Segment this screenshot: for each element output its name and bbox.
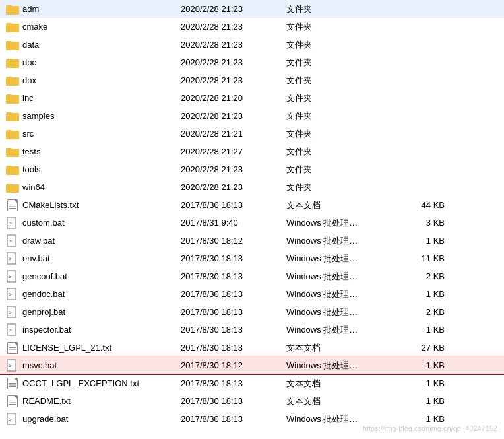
file-name: samples [22, 111, 181, 121]
file-date: 2020/2/28 21:23 [181, 75, 286, 85]
txt-file-icon [5, 395, 20, 408]
table-row[interactable]: src2020/2/28 21:21文件夹 [0, 125, 504, 143]
file-name: adm [22, 4, 181, 14]
file-size: 1 KB [392, 236, 445, 246]
table-row[interactable]: LICENSE_LGPL_21.txt2017/8/30 18:13文本文档27… [0, 339, 504, 356]
bat-file-icon: > [5, 413, 20, 426]
file-type: Windows 批处理… [286, 360, 392, 372]
table-row[interactable]: dox2020/2/28 21:23文件夹 [0, 71, 504, 89]
bat-file-icon: > [5, 306, 20, 319]
table-row[interactable]: OCCT_LGPL_EXCEPTION.txt2017/8/30 18:13文本… [0, 374, 504, 392]
folder-icon [5, 181, 20, 194]
folder-icon [5, 74, 20, 87]
file-name: genproj.bat [22, 307, 181, 317]
file-size: 1 KB [392, 414, 445, 424]
table-row[interactable]: >custom.bat2017/8/31 9:40Windows 批处理…3 K… [0, 214, 504, 232]
svg-text:>: > [9, 220, 12, 226]
file-date: 2020/2/28 21:23 [181, 22, 286, 32]
file-size: 2 KB [392, 271, 445, 281]
file-type: 文本文档 [286, 378, 392, 389]
svg-text:>: > [9, 310, 12, 316]
file-type: 文件夹 [286, 75, 392, 86]
table-row[interactable]: adm2020/2/28 21:23文件夹 [0, 0, 504, 18]
file-name: inspector.bat [22, 325, 181, 335]
svg-text:>: > [9, 238, 12, 244]
file-type: Windows 批处理… [286, 413, 392, 425]
file-name: src [22, 129, 181, 139]
table-row[interactable]: cmake2020/2/28 21:23文件夹 [0, 18, 504, 36]
file-date: 2020/2/28 21:23 [181, 57, 286, 67]
folder-icon [5, 110, 20, 123]
folder-icon [5, 127, 20, 141]
file-name: win64 [22, 182, 181, 192]
table-row[interactable]: inc2020/2/28 21:20文件夹 [0, 89, 504, 107]
file-type: 文件夹 [286, 110, 392, 122]
file-type: 文件夹 [286, 39, 392, 51]
file-date: 2017/8/30 18:13 [181, 289, 286, 299]
table-row[interactable]: >gendoc.bat2017/8/30 18:13Windows 批处理…1 … [0, 285, 504, 303]
file-name: CMakeLists.txt [22, 200, 181, 210]
file-date: 2020/2/28 21:23 [181, 4, 286, 14]
file-name: env.bat [22, 253, 181, 263]
table-row[interactable]: >inspector.bat2017/8/30 18:13Windows 批处理… [0, 321, 504, 339]
file-size: 11 KB [392, 253, 445, 263]
file-type: Windows 批处理… [286, 253, 392, 265]
table-row[interactable]: samples2020/2/28 21:23文件夹 [0, 107, 504, 125]
file-type: 文件夹 [286, 128, 392, 140]
file-name: data [22, 40, 181, 50]
file-date: 2017/8/30 18:13 [181, 200, 286, 210]
file-type: 文件夹 [286, 92, 392, 104]
file-date: 2020/2/28 21:23 [181, 40, 286, 50]
file-size: 44 KB [392, 200, 445, 210]
folder-icon [5, 38, 20, 51]
svg-text:>: > [9, 417, 12, 422]
file-date: 2017/8/31 9:40 [181, 218, 286, 228]
table-row[interactable]: CMakeLists.txt2017/8/30 18:13文本文档44 KB [0, 196, 504, 214]
file-size: 1 KB [392, 360, 445, 370]
table-row[interactable]: win642020/2/28 21:23文件夹 [0, 178, 504, 196]
txt-file-icon [5, 377, 20, 390]
file-date: 2017/8/30 18:13 [181, 325, 286, 335]
file-type: 文件夹 [286, 3, 392, 15]
file-type: 文本文档 [286, 199, 392, 211]
file-type: 文件夹 [286, 57, 392, 69]
file-date: 2017/8/30 18:13 [181, 271, 286, 281]
table-row[interactable]: >genproj.bat2017/8/30 18:13Windows 批处理…2… [0, 303, 504, 321]
file-date: 2017/8/30 18:13 [181, 378, 286, 388]
file-date: 2020/2/28 21:23 [181, 111, 286, 121]
table-row[interactable]: >draw.bat2017/8/30 18:12Windows 批处理…1 KB [0, 232, 504, 250]
file-type: 文本文档 [286, 395, 392, 407]
file-date: 2017/8/30 18:13 [181, 396, 286, 406]
file-type: Windows 批处理… [286, 217, 392, 229]
table-row[interactable]: >genconf.bat2017/8/30 18:13Windows 批处理…2… [0, 267, 504, 285]
file-type: Windows 批处理… [286, 288, 392, 300]
file-size: 1 KB [392, 325, 445, 335]
table-row[interactable]: tools2020/2/28 21:23文件夹 [0, 160, 504, 178]
file-type: 文件夹 [286, 164, 392, 176]
table-row[interactable]: >env.bat2017/8/30 18:13Windows 批处理…11 KB [0, 250, 504, 267]
file-date: 2017/8/30 18:12 [181, 360, 286, 370]
file-type: 文件夹 [286, 146, 392, 158]
svg-text:>: > [9, 292, 12, 298]
file-date: 2020/2/28 21:21 [181, 129, 286, 139]
table-row[interactable]: data2020/2/28 21:23文件夹 [0, 36, 504, 53]
file-name: gendoc.bat [22, 289, 181, 299]
file-date: 2017/8/30 18:13 [181, 253, 286, 263]
file-type: Windows 批处理… [286, 271, 392, 283]
file-name: cmake [22, 22, 181, 32]
folder-icon [5, 3, 20, 16]
table-row[interactable]: tests2020/2/28 21:27文件夹 [0, 143, 504, 160]
file-date: 2020/2/28 21:20 [181, 93, 286, 103]
file-name: msvc.bat [22, 360, 181, 370]
file-date: 2017/8/30 18:13 [181, 307, 286, 317]
table-row[interactable]: doc2020/2/28 21:23文件夹 [0, 53, 504, 71]
folder-icon [5, 92, 20, 105]
table-row[interactable]: >msvc.bat2017/8/30 18:12Windows 批处理…1 KB [0, 356, 504, 374]
table-row[interactable]: README.txt2017/8/30 18:13文本文档1 KB [0, 392, 504, 410]
table-row[interactable]: >upgrade.bat2017/8/30 18:13Windows 批处理…1… [0, 410, 504, 428]
file-name: doc [22, 57, 181, 67]
file-name: inc [22, 93, 181, 103]
bat-file-icon: > [5, 234, 20, 248]
folder-icon [5, 163, 20, 176]
file-date: 2020/2/28 21:23 [181, 182, 286, 192]
